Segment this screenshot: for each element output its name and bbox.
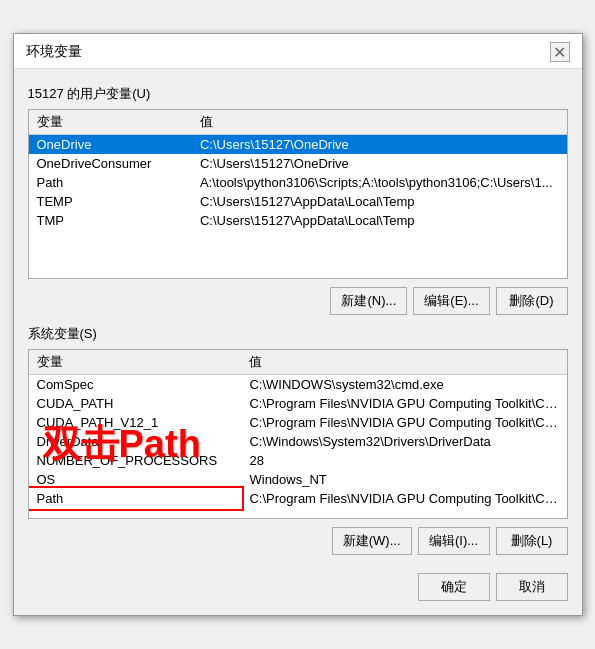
cancel-button[interactable]: 取消 [496, 573, 568, 601]
user-new-button[interactable]: 新建(N)... [330, 287, 407, 315]
system-table-row[interactable]: CUDA_PATHC:\Program Files\NVIDIA GPU Com… [29, 394, 567, 413]
system-val-cell: C:\Windows\System32\Drivers\DriverData [241, 432, 566, 451]
user-var-cell: TMP [29, 211, 192, 230]
system-val-cell: 28 [241, 451, 566, 470]
user-table-row[interactable]: TMPC:\Users\15127\AppData\Local\Temp [29, 211, 567, 230]
user-val-cell: C:\Users\15127\OneDrive [192, 135, 567, 155]
system-var-cell: CUDA_PATH [29, 394, 242, 413]
system-val-cell: C:\Program Files\NVIDIA GPU Computing To… [241, 489, 566, 508]
user-table-row[interactable]: OneDriveC:\Users\15127\OneDrive [29, 135, 567, 155]
system-table-row[interactable]: DriverDataC:\Windows\System32\Drivers\Dr… [29, 432, 567, 451]
user-var-cell: TEMP [29, 192, 192, 211]
dialog-body: 15127 的用户变量(U) 变量 值 OneDriveC:\Users\151… [14, 69, 582, 615]
user-col-val: 值 [192, 110, 567, 135]
user-table-row[interactable]: PathA:\tools\python3106\Scripts;A:\tools… [29, 173, 567, 192]
user-section-label: 15127 的用户变量(U) [28, 85, 568, 103]
system-var-cell: DriverData [29, 432, 242, 451]
user-table-header: 变量 值 [29, 110, 567, 135]
system-table-row[interactable]: NUMBER_OF_PROCESSORS28 [29, 451, 567, 470]
system-edit-button[interactable]: 编辑(I)... [418, 527, 490, 555]
user-val-cell: C:\Users\15127\OneDrive [192, 154, 567, 173]
system-val-cell: Windows_NT [241, 470, 566, 489]
user-col-var: 变量 [29, 110, 192, 135]
user-val-cell: C:\Users\15127\AppData\Local\Temp [192, 192, 567, 211]
user-edit-button[interactable]: 编辑(E)... [413, 287, 489, 315]
system-var-cell: CUDA_PATH_V12_1 [29, 413, 242, 432]
dialog-title: 环境变量 [26, 43, 82, 61]
system-table-row[interactable]: ComSpecC:\WINDOWS\system32\cmd.exe [29, 375, 567, 395]
system-val-cell: C:\Program Files\NVIDIA GPU Computing To… [241, 413, 566, 432]
system-var-cell: Path [29, 489, 242, 508]
system-var-cell: NUMBER_OF_PROCESSORS [29, 451, 242, 470]
system-delete-button[interactable]: 删除(L) [496, 527, 568, 555]
user-variables-table: 变量 值 OneDriveC:\Users\15127\OneDriveOneD… [29, 110, 567, 230]
user-val-cell: C:\Users\15127\AppData\Local\Temp [192, 211, 567, 230]
user-var-cell: Path [29, 173, 192, 192]
user-table-row[interactable]: OneDriveConsumerC:\Users\15127\OneDrive [29, 154, 567, 173]
system-table-row[interactable]: PathC:\Program Files\NVIDIA GPU Computin… [29, 489, 567, 508]
title-bar: 环境变量 ✕ [14, 34, 582, 69]
user-variables-table-wrapper[interactable]: 变量 值 OneDriveC:\Users\15127\OneDriveOneD… [28, 109, 568, 279]
system-var-cell: ComSpec [29, 375, 242, 395]
environment-variables-dialog: 环境变量 ✕ 15127 的用户变量(U) 变量 值 OneDriveC:\Us… [13, 33, 583, 616]
ok-button[interactable]: 确定 [418, 573, 490, 601]
user-table-body: OneDriveC:\Users\15127\OneDriveOneDriveC… [29, 135, 567, 231]
user-val-cell: A:\tools\python3106\Scripts;A:\tools\pyt… [192, 173, 567, 192]
user-table-row[interactable]: TEMPC:\Users\15127\AppData\Local\Temp [29, 192, 567, 211]
user-delete-button[interactable]: 删除(D) [496, 287, 568, 315]
system-val-cell: C:\Program Files\NVIDIA GPU Computing To… [241, 394, 566, 413]
system-table-row[interactable]: OSWindows_NT [29, 470, 567, 489]
footer-button-row: 确定 取消 [28, 565, 568, 605]
system-variables-table-wrapper[interactable]: 变量 值 ComSpecC:\WINDOWS\system32\cmd.exeC… [28, 349, 568, 519]
close-button[interactable]: ✕ [550, 42, 570, 62]
system-section-label: 系统变量(S) [28, 325, 568, 343]
system-table-header: 变量 值 [29, 350, 567, 375]
user-var-cell: OneDrive [29, 135, 192, 155]
user-button-row: 新建(N)... 编辑(E)... 删除(D) [28, 287, 568, 315]
user-var-cell: OneDriveConsumer [29, 154, 192, 173]
system-variables-table: 变量 值 ComSpecC:\WINDOWS\system32\cmd.exeC… [29, 350, 567, 508]
system-var-cell: OS [29, 470, 242, 489]
system-col-val: 值 [241, 350, 566, 375]
system-button-row: 新建(W)... 编辑(I)... 删除(L) [28, 527, 568, 555]
system-table-body: ComSpecC:\WINDOWS\system32\cmd.exeCUDA_P… [29, 375, 567, 509]
system-val-cell: C:\WINDOWS\system32\cmd.exe [241, 375, 566, 395]
system-table-row[interactable]: CUDA_PATH_V12_1C:\Program Files\NVIDIA G… [29, 413, 567, 432]
system-col-var: 变量 [29, 350, 242, 375]
system-new-button[interactable]: 新建(W)... [332, 527, 412, 555]
